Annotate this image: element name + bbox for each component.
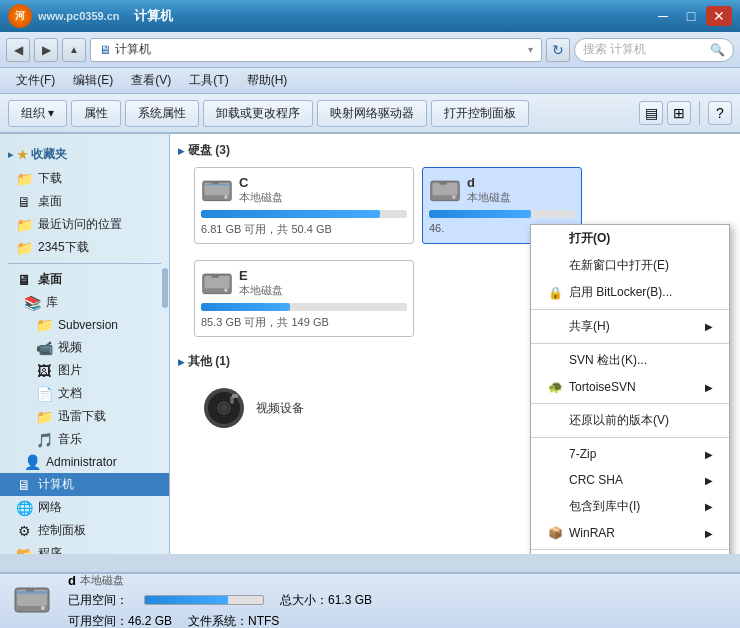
menu-view[interactable]: 查看(V): [123, 70, 179, 91]
status-drive-icon: [12, 581, 52, 621]
sidebar-item-music[interactable]: 🎵 音乐: [0, 428, 169, 451]
app-logo: 河: [8, 4, 32, 28]
ctx-include-lib[interactable]: 包含到库中(I) ▶: [531, 493, 729, 520]
favorites-label: 收藏夹: [31, 146, 67, 163]
context-menu: 打开(O) 在新窗口中打开(E) 🔒 启用 BitLocker(B)...: [530, 224, 730, 554]
organize-button[interactable]: 组织 ▾: [8, 100, 67, 127]
ctx-bitlocker[interactable]: 🔒 启用 BitLocker(B)...: [531, 279, 729, 306]
titlebar: 河 www.pc0359.cn 计算机 ─ □ ✕: [0, 0, 740, 32]
ctx-tortoisesvn-left: 🐢 TortoiseSVN: [547, 379, 636, 395]
ctx-open-left: 打开(O): [547, 230, 610, 247]
minimize-button[interactable]: ─: [650, 6, 676, 26]
hard-disk-label: 硬盘 (3): [188, 142, 230, 159]
programs-icon: 📂: [16, 546, 32, 555]
sidebar-item-admin[interactable]: 👤 Administrator: [0, 451, 169, 473]
ctx-sep-4: [531, 437, 729, 438]
sidebar-item-docs[interactable]: 📄 文档: [0, 382, 169, 405]
sidebar-video-label: 视频: [58, 339, 82, 356]
help-icon[interactable]: ?: [708, 101, 732, 125]
sidebar-programs-label: 程序: [38, 545, 62, 554]
hard-disk-section-title: 硬盘 (3): [178, 142, 732, 159]
ctx-share-label: 共享(H): [569, 318, 610, 335]
sidebar-item-download[interactable]: 📁 下载: [0, 167, 169, 190]
svg-rect-4: [205, 184, 230, 186]
drive-c[interactable]: C 本地磁盘 6.81 GB 可用，共 50.4 GB: [194, 167, 414, 244]
svg-point-11: [224, 288, 228, 292]
svg-rect-6: [433, 183, 458, 195]
toolbar-separator: [699, 101, 700, 125]
view-icon[interactable]: ▤: [639, 101, 663, 125]
addressbar: ◀ ▶ ▲ 🖥 计算机 ▾ ↻ 搜索 计算机 🔍: [0, 32, 740, 68]
ctx-sep-2: [531, 343, 729, 344]
drive-d-type: 本地磁盘: [467, 190, 511, 205]
sidebar-item-library[interactable]: 📚 库: [0, 291, 169, 314]
uninstall-button[interactable]: 卸载或更改程序: [203, 100, 313, 127]
drive-e[interactable]: E 本地磁盘 85.3 GB 可用，共 149 GB: [194, 260, 414, 337]
up-button[interactable]: ▲: [62, 38, 86, 62]
map-drive-button[interactable]: 映射网络驱动器: [317, 100, 427, 127]
sidebar-item-computer[interactable]: 🖥 计算机: [0, 473, 169, 496]
sidebar-item-xunlei[interactable]: 📁 迅雷下载: [0, 405, 169, 428]
properties-button[interactable]: 属性: [71, 100, 121, 127]
ctx-7zip-left: 7-Zip: [547, 446, 596, 462]
ctx-open[interactable]: 打开(O): [531, 225, 729, 252]
control-panel-button[interactable]: 打开控制面板: [431, 100, 529, 127]
address-field[interactable]: 🖥 计算机 ▾: [90, 38, 542, 62]
sidebar-docs-label: 文档: [58, 385, 82, 402]
ctx-restore[interactable]: 还原以前的版本(V): [531, 407, 729, 434]
view-mode-icon[interactable]: ⊞: [667, 101, 691, 125]
sidebar-item-programs[interactable]: 📂 程序: [0, 542, 169, 554]
menu-file[interactable]: 文件(F): [8, 70, 63, 91]
ctx-crcsha-arrow: ▶: [705, 475, 713, 486]
network-icon: 🌐: [16, 500, 32, 516]
drive-d-header: d 本地磁盘: [429, 174, 575, 206]
ctx-include-lib-arrow: ▶: [705, 501, 713, 512]
drive-c-info: 6.81 GB 可用，共 50.4 GB: [201, 222, 407, 237]
ctx-crcsha[interactable]: CRC SHA ▶: [531, 467, 729, 493]
svg-rect-10: [205, 276, 230, 288]
menu-help[interactable]: 帮助(H): [239, 70, 296, 91]
ctx-crcsha-label: CRC SHA: [569, 473, 623, 487]
sidebar-item-recent[interactable]: 📁 最近访问的位置: [0, 213, 169, 236]
svg-point-21: [41, 606, 45, 610]
ctx-svn-left: SVN 检出(K)...: [547, 352, 647, 369]
ctx-open-window[interactable]: 在新窗口中打开(E): [531, 252, 729, 279]
sidebar-item-pictures[interactable]: 🖼 图片: [0, 359, 169, 382]
statusbar: d 本地磁盘 已用空间： 总大小：61.3 GB 可用空间：46.2 GB 文件…: [0, 572, 740, 628]
back-button[interactable]: ◀: [6, 38, 30, 62]
ctx-share[interactable]: 共享(H) ▶: [531, 313, 729, 340]
ctx-7zip[interactable]: 7-Zip ▶: [531, 441, 729, 467]
forward-button[interactable]: ▶: [34, 38, 58, 62]
status-used-bar-fill: [145, 596, 228, 604]
ctx-format[interactable]: 格式化(A)...: [531, 553, 729, 554]
svg-point-2: [224, 195, 228, 199]
status-info: d 本地磁盘 已用空间： 总大小：61.3 GB 可用空间：46.2 GB 文件…: [68, 573, 728, 629]
sidebar-item-subversion[interactable]: 📁 Subversion: [0, 314, 169, 336]
ctx-open-window-left: 在新窗口中打开(E): [547, 257, 669, 274]
system-properties-button[interactable]: 系统属性: [125, 100, 199, 127]
controlpanel-icon: ⚙: [16, 523, 32, 539]
search-field[interactable]: 搜索 计算机 🔍: [574, 38, 734, 62]
sidebar-item-desktop2[interactable]: 🖥 桌面: [0, 268, 169, 291]
maximize-button[interactable]: □: [678, 6, 704, 26]
sidebar-item-controlpanel[interactable]: ⚙ 控制面板: [0, 519, 169, 542]
refresh-button[interactable]: ↻: [546, 38, 570, 62]
docs-icon: 📄: [36, 386, 52, 402]
ctx-open-label: 打开(O): [569, 230, 610, 247]
sidebar-computer-label: 计算机: [38, 476, 74, 493]
library-icon: 📚: [24, 295, 40, 311]
ctx-tortoisesvn[interactable]: 🐢 TortoiseSVN ▶: [531, 374, 729, 400]
ctx-svn[interactable]: SVN 检出(K)...: [531, 347, 729, 374]
desktop2-icon: 🖥: [16, 272, 32, 288]
sidebar-item-network[interactable]: 🌐 网络: [0, 496, 169, 519]
close-button[interactable]: ✕: [706, 6, 732, 26]
menu-edit[interactable]: 编辑(E): [65, 70, 121, 91]
sidebar-item-2345[interactable]: 📁 2345下载: [0, 236, 169, 259]
menu-tools[interactable]: 工具(T): [181, 70, 236, 91]
sidebar-item-video[interactable]: 📹 视频: [0, 336, 169, 359]
favorites-header[interactable]: ▸ ★ 收藏夹: [0, 142, 169, 167]
ctx-winrar[interactable]: 📦 WinRAR ▶: [531, 520, 729, 546]
status-free-label: 可用空间：46.2 GB: [68, 613, 172, 629]
sidebar-item-desktop[interactable]: 🖥 桌面: [0, 190, 169, 213]
2345-icon: 📁: [16, 240, 32, 256]
